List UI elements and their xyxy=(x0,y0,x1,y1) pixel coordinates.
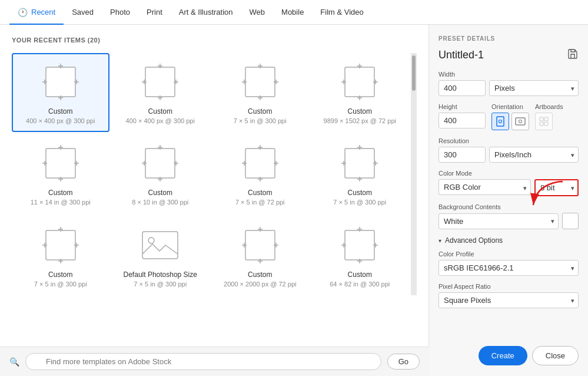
scrollbar-track[interactable] xyxy=(411,53,417,295)
resolution-input[interactable] xyxy=(438,147,486,163)
preset-name-8: Custom xyxy=(48,271,72,279)
preset-icon-9 xyxy=(139,225,181,266)
presets-grid: Custom 400 × 400 px @ 300 ppi xyxy=(12,53,408,295)
preset-desc-4: 11 × 14 in @ 300 ppi xyxy=(31,198,91,206)
color-profile-label: Color Profile xyxy=(438,250,579,258)
width-unit-select[interactable]: Pixels Inches Centimeters xyxy=(489,80,579,96)
pixel-ratio-field: Pixel Aspect Ratio Square Pixels D1/DV N… xyxy=(438,283,579,308)
pixel-ratio-select[interactable]: Square Pixels D1/DV NTSC (0.91) xyxy=(438,292,579,308)
preset-item-5[interactable]: Custom 8 × 10 in @ 300 ppi xyxy=(112,134,210,213)
svg-rect-54 xyxy=(245,149,275,178)
orientation-group: Orientation xyxy=(491,103,529,130)
bit-depth-select[interactable]: 8 bit 16 bit 32 bit xyxy=(534,179,579,196)
color-profile-select[interactable]: sRGB IEC61966-2.1 Adobe RGB (1998) ProPh… xyxy=(438,260,579,276)
artboards-label: Artboards xyxy=(535,103,563,110)
advanced-options-label: Advanced Options xyxy=(445,236,503,245)
pixel-ratio-label: Pixel Aspect Ratio xyxy=(438,283,579,290)
chevron-down-icon: ▾ xyxy=(438,238,441,244)
bg-select-wrapper: White Black Background Color Transparent xyxy=(438,213,559,229)
preset-desc-1: 400 × 400 px @ 300 ppi xyxy=(126,117,195,125)
orientation-label: Orientation xyxy=(491,103,529,110)
preset-item-9[interactable]: Default Photoshop Size 7 × 5 in @ 300 pp… xyxy=(112,216,210,295)
preset-icon-2 xyxy=(240,61,281,103)
preset-icon-5 xyxy=(139,143,181,184)
color-mode-select[interactable]: RGB Color CMYK Color Grayscale xyxy=(438,179,531,195)
preset-icon-10 xyxy=(240,225,281,266)
svg-rect-27 xyxy=(345,67,374,97)
scrollbar-thumb[interactable] xyxy=(412,55,416,91)
nav-film[interactable]: Film & Video xyxy=(312,0,371,25)
resolution-unit-select[interactable]: Pixels/Inch Pixels/Centimeter xyxy=(489,147,579,163)
nav-web[interactable]: Web xyxy=(241,0,274,25)
preset-desc-6: 7 × 5 in @ 72 ppi xyxy=(235,198,285,206)
create-button[interactable]: Create xyxy=(479,346,527,365)
width-label: Width xyxy=(438,71,579,78)
svg-rect-45 xyxy=(145,149,175,178)
svg-rect-63 xyxy=(345,149,374,178)
left-panel: YOUR RECENT ITEMS (20) xyxy=(0,25,429,347)
save-preset-icon[interactable] xyxy=(567,48,579,62)
nav-photo[interactable]: Photo xyxy=(102,0,138,25)
preset-item-1[interactable]: Custom 400 × 400 px @ 300 ppi xyxy=(112,53,210,132)
preset-item-7[interactable]: Custom 7 × 5 in @ 300 ppi xyxy=(311,134,409,213)
preset-desc-7: 7 × 5 in @ 300 ppi xyxy=(333,198,386,206)
go-button[interactable]: Go xyxy=(387,354,420,370)
bottom-buttons: Create Close xyxy=(438,340,579,365)
svg-rect-9 xyxy=(145,67,175,97)
preset-title-row: Untitled-1 xyxy=(438,48,579,62)
preset-desc-0: 400 × 400 px @ 300 ppi xyxy=(26,117,95,125)
nav-saved[interactable]: Saved xyxy=(64,0,102,25)
color-swatch[interactable] xyxy=(562,213,579,229)
bg-contents-select[interactable]: White Black Background Color Transparent xyxy=(438,213,559,229)
preset-name-7: Custom xyxy=(348,189,372,197)
preset-item-2[interactable]: Custom 7 × 5 in @ 300 ppi xyxy=(211,53,309,132)
preset-name-2: Custom xyxy=(248,107,272,116)
svg-rect-72 xyxy=(46,230,75,260)
preset-desc-10: 2000 × 2000 px @ 72 ppi xyxy=(224,280,296,288)
preset-name-3: Custom xyxy=(348,107,372,116)
preset-name-1: Custom xyxy=(148,107,172,116)
orientation-buttons xyxy=(491,113,529,130)
svg-rect-109 xyxy=(544,122,548,126)
preset-item-6[interactable]: Custom 7 × 5 in @ 72 ppi xyxy=(211,134,309,213)
search-input[interactable] xyxy=(25,353,381,370)
portrait-button[interactable] xyxy=(491,113,509,130)
artboards-button[interactable] xyxy=(535,113,553,130)
nav-art[interactable]: Art & Illustration xyxy=(171,0,241,25)
advanced-options-toggle[interactable]: ▾ Advanced Options xyxy=(438,236,579,245)
height-input[interactable] xyxy=(438,113,486,128)
svg-rect-106 xyxy=(540,117,543,121)
nav-recent[interactable]: 🕐 Recent xyxy=(9,0,64,25)
section-title: YOUR RECENT ITEMS (20) xyxy=(12,37,417,44)
svg-rect-101 xyxy=(574,50,576,51)
preset-desc-8: 7 × 5 in @ 300 ppi xyxy=(34,280,87,288)
svg-rect-92 xyxy=(345,230,374,260)
search-wrapper xyxy=(25,353,381,370)
preset-icon-3 xyxy=(339,61,380,103)
color-mode-row: RGB Color CMYK Color Grayscale 8 bit 16 … xyxy=(438,179,579,196)
preset-item-4[interactable]: Custom 11 × 14 in @ 300 ppi xyxy=(12,134,109,213)
height-orientation-field: Height Orientation xyxy=(438,103,579,130)
preset-item-8[interactable]: Custom 7 × 5 in @ 300 ppi xyxy=(12,216,109,295)
nav-print[interactable]: Print xyxy=(138,0,171,25)
preset-item-10[interactable]: Custom 2000 × 2000 px @ 72 ppi xyxy=(211,216,309,295)
height-orientation-row: Height Orientation xyxy=(438,103,579,130)
width-unit-wrapper: Pixels Inches Centimeters xyxy=(489,80,579,96)
search-bar: 🔍 Go xyxy=(0,347,429,376)
svg-rect-104 xyxy=(516,118,525,125)
preset-name-9: Default Photoshop Size xyxy=(124,271,197,279)
pixel-ratio-wrapper: Square Pixels D1/DV NTSC (0.91) xyxy=(438,292,579,308)
preset-item-3[interactable]: Custom 9899 × 1502 px @ 72 ppi xyxy=(311,53,409,132)
preset-icon-4 xyxy=(40,143,81,184)
preset-item-0[interactable]: Custom 400 × 400 px @ 300 ppi xyxy=(12,53,109,132)
panel-label: PRESET DETAILS xyxy=(438,35,579,42)
width-input[interactable] xyxy=(438,80,486,96)
color-mode-label: Color Mode xyxy=(438,170,579,177)
svg-rect-107 xyxy=(544,117,548,121)
preset-item-11[interactable]: Custom 64 × 82 in @ 300 ppi xyxy=(311,216,409,295)
landscape-button[interactable] xyxy=(511,113,529,130)
preset-desc-5: 8 × 10 in @ 300 ppi xyxy=(132,198,188,206)
resolution-field: Resolution Pixels/Inch Pixels/Centimeter xyxy=(438,137,579,163)
close-button[interactable]: Close xyxy=(532,346,579,365)
nav-mobile[interactable]: Mobile xyxy=(273,0,312,25)
